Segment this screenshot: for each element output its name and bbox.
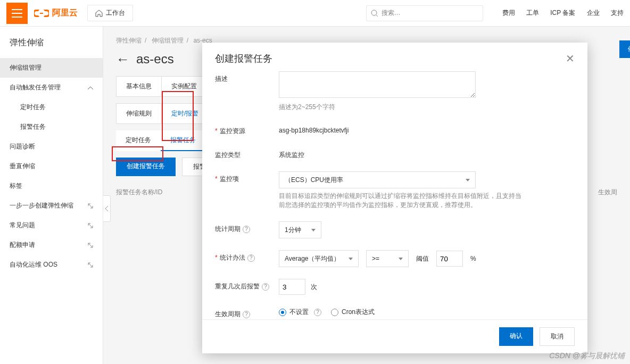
period-select[interactable]: 1分钟 — [279, 221, 321, 238]
stop-button[interactable]: 停 — [619, 40, 630, 58]
hamburger-menu[interactable] — [6, 3, 28, 24]
tab-scheduled-alarm[interactable]: 定时/报警 — [162, 104, 208, 123]
sidebar-item-step[interactable]: 一步一步创建弹性伸缩 — [0, 196, 103, 216]
tab-basic[interactable]: 基本信息 — [117, 77, 162, 96]
comparator-select[interactable]: >= — [366, 250, 409, 267]
sidebar-item-scheduled[interactable]: 定时任务 — [0, 97, 103, 117]
brand-logo[interactable]: 阿里云 — [34, 7, 78, 19]
sidebar-item-faq[interactable]: 常见问题 — [0, 216, 103, 235]
label-repeat: 重复几次后报警? — [215, 279, 279, 291]
sidebar-title: 弹性伸缩 — [0, 32, 103, 58]
help-icon[interactable]: ? — [243, 226, 250, 233]
external-icon — [88, 203, 93, 209]
chevron-up-icon — [88, 84, 93, 92]
crumb-1[interactable]: 伸缩组管理 — [152, 37, 184, 44]
nav-fee[interactable]: 费用 — [502, 9, 515, 16]
watermark: CSDN @雾与晨解忧铺 — [549, 351, 625, 361]
tab-scheduled-task[interactable]: 定时任务 — [116, 130, 161, 151]
create-alarm-modal: 创建报警任务 ✕ 描述 描述为2~255个字符 监控资源 asg-bp18h89… — [202, 43, 587, 353]
svg-point-0 — [371, 10, 377, 15]
back-arrow-icon[interactable]: ← — [116, 52, 130, 66]
radio-cron[interactable]: Cron表达式 — [331, 308, 375, 317]
cancel-button[interactable]: 取消 — [540, 327, 575, 346]
sidebar: 弹性伸缩 伸缩组管理 自动触发任务管理 定时任务 报警任务 问题诊断 垂直伸缩 … — [0, 27, 103, 364]
sidebar-item-alarm[interactable]: 报警任务 — [0, 117, 103, 137]
resource-value: asg-bp18h89kcjbcktetvfji — [279, 123, 575, 134]
sidebar-item-oos[interactable]: 自动化运维 OOS — [0, 255, 103, 275]
help-icon[interactable]: ? — [247, 254, 255, 262]
sidebar-item-diagnose[interactable]: 问题诊断 — [0, 137, 103, 156]
tab-alarm-task[interactable]: 报警任务 — [161, 130, 205, 151]
label-monitor-type: 监控类型 — [215, 147, 279, 160]
radio-icon — [331, 309, 338, 316]
sidebar-item-tag[interactable]: 标签 — [0, 176, 103, 196]
label-effective: 生效周期? — [215, 307, 279, 319]
sidebar-item-auto-trigger[interactable]: 自动触发任务管理 — [0, 78, 103, 97]
label-metric: 监控项 — [215, 171, 279, 184]
tabset-1: 基本信息 实例配置 — [116, 76, 207, 97]
col-effective: 生效周 — [598, 188, 617, 197]
nav-ticket[interactable]: 工单 — [526, 9, 539, 16]
home-icon — [95, 10, 103, 17]
help-icon[interactable]: ? — [314, 309, 321, 316]
threshold-unit: % — [470, 255, 476, 262]
metric-select[interactable]: （ECS）CPU使用率 — [279, 171, 476, 188]
workbench-button[interactable]: 工作台 — [87, 5, 133, 21]
modal-title: 创建报警任务 — [215, 52, 272, 65]
page-title: as-ecs — [136, 52, 174, 67]
external-icon — [88, 262, 93, 268]
external-icon — [88, 243, 93, 248]
metric-hint: 目前目标追踪类型的伸缩规则可以通过扩缩容将监控指标维持在目标值附近，且支持当前您… — [279, 192, 524, 210]
search-input[interactable]: 搜索… — [366, 5, 483, 21]
label-period: 统计周期? — [215, 221, 279, 234]
label-resource: 监控资源 — [215, 123, 279, 136]
threshold-input[interactable] — [436, 251, 463, 267]
close-icon[interactable]: ✕ — [566, 52, 575, 65]
label-stat: 统计办法? — [215, 250, 279, 262]
topbar: 阿里云 工作台 搜索… 费用 工单 ICP 备案 企业 支持 — [0, 0, 630, 27]
radio-icon — [279, 309, 286, 316]
aliyun-icon — [34, 9, 49, 18]
nav-support[interactable]: 支持 — [611, 9, 624, 16]
tabset-3: 定时任务 报警任务 — [116, 130, 205, 151]
desc-hint: 描述为2~255个字符 — [279, 103, 575, 112]
brand-text: 阿里云 — [52, 7, 78, 19]
monitor-type-value: 系统监控 — [279, 147, 575, 160]
confirm-button[interactable]: 确认 — [499, 327, 533, 346]
tab-instance-config[interactable]: 实例配置 — [162, 77, 206, 96]
desc-textarea[interactable] — [279, 71, 476, 98]
repeat-input[interactable] — [279, 279, 305, 295]
help-icon[interactable]: ? — [243, 311, 250, 318]
create-alarm-button[interactable]: 创建报警任务 — [116, 158, 176, 176]
tabset-2: 伸缩规则 定时/报警 — [116, 103, 209, 124]
crumb-0[interactable]: 弹性伸缩 — [116, 37, 142, 44]
tab-scaling-rule[interactable]: 伸缩规则 — [117, 104, 162, 123]
label-desc: 描述 — [215, 71, 279, 84]
col-name-id: 报警任务名称/ID — [116, 188, 162, 197]
radio-nosetting[interactable]: 不设置? — [279, 308, 321, 317]
repeat-unit: 次 — [311, 283, 317, 292]
sidebar-item-scaling-group[interactable]: 伸缩组管理 — [0, 58, 103, 78]
threshold-label: 阈值 — [416, 254, 429, 263]
nav-icp[interactable]: ICP 备案 — [550, 9, 575, 16]
sidebar-item-quota[interactable]: 配额申请 — [0, 235, 103, 255]
stat-select[interactable]: Average（平均值） — [279, 250, 359, 267]
sidebar-item-vertical[interactable]: 垂直伸缩 — [0, 156, 103, 176]
search-icon — [371, 10, 378, 17]
menu-icon — [12, 9, 22, 18]
nav-enterprise[interactable]: 企业 — [587, 9, 600, 16]
top-nav: 费用 工单 ICP 备案 企业 支持 — [493, 9, 624, 18]
external-icon — [88, 223, 93, 228]
help-icon[interactable]: ? — [262, 283, 269, 291]
